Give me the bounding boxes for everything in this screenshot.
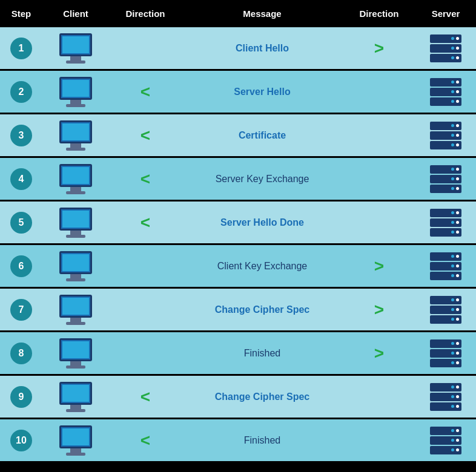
client-computer-icon (59, 251, 92, 281)
direction-left-cell (109, 349, 182, 358)
client-computer-icon (59, 33, 92, 64)
step-number: 5 (10, 212, 32, 234)
step-cell: 7 (0, 294, 42, 326)
step-cell: 4 (0, 163, 42, 195)
direction-right-cell: > (343, 295, 415, 324)
direction-left-cell (109, 261, 182, 271)
message-text: Change Cipher Spec (215, 304, 309, 315)
header-server: Server (415, 5, 476, 22)
server-cell (415, 422, 476, 459)
client-computer-icon (59, 295, 92, 325)
direction-right-cell (343, 436, 415, 445)
table-row: 7 Change Cipher Spec > (0, 289, 476, 332)
message-cell: Client Hello (182, 38, 343, 59)
server-rack-icon (430, 78, 461, 106)
table-row: 5 < Server Hello Done (0, 202, 476, 245)
direction-right-cell (343, 218, 415, 228)
client-cell (42, 333, 109, 373)
server-cell (415, 378, 476, 416)
direction-left-cell: < (109, 382, 182, 411)
header-message: Message (182, 5, 343, 22)
message-cell: Server Hello Done (182, 212, 343, 233)
direction-right-cell (343, 392, 415, 402)
step-number: 10 (10, 430, 32, 451)
server-cell (415, 247, 476, 285)
client-cell (42, 72, 109, 112)
message-text: Client Hello (236, 43, 289, 54)
client-cell (42, 159, 109, 199)
server-cell (415, 335, 476, 372)
table-row: 6 Client Key Exchange > (0, 245, 476, 289)
header-direction-left: Direction (109, 5, 182, 22)
tls-handshake-table: Step Client Direction Message Direction … (0, 0, 476, 463)
left-arrow-icon: < (140, 169, 150, 189)
message-text: Client Key Exchange (217, 261, 308, 272)
server-cell (415, 204, 476, 241)
table-row: 3 < Certificate (0, 114, 476, 158)
server-rack-icon (430, 122, 461, 149)
direction-right-cell (343, 87, 415, 97)
step-number: 2 (10, 81, 32, 103)
message-text: Server Hello Done (220, 217, 304, 228)
server-rack-icon (430, 383, 461, 411)
left-arrow-icon: < (140, 387, 150, 407)
client-computer-icon (59, 208, 92, 238)
message-text: Certificate (239, 130, 286, 141)
direction-right-cell: > (343, 252, 415, 281)
client-cell (42, 290, 109, 330)
message-cell: Change Cipher Spec (182, 300, 343, 320)
server-cell (415, 117, 476, 154)
client-computer-icon (59, 164, 92, 194)
direction-left-cell: < (109, 77, 182, 107)
server-rack-icon (430, 427, 461, 454)
step-cell: 5 (0, 207, 42, 238)
step-cell: 10 (0, 425, 42, 456)
step-cell: 9 (0, 381, 42, 413)
client-computer-icon (59, 77, 92, 107)
message-cell: Server Hello (182, 82, 343, 102)
client-cell (42, 377, 109, 417)
message-cell: Finished (182, 343, 343, 364)
direction-left-cell: < (109, 121, 182, 150)
client-cell (42, 421, 109, 461)
table-row: 1 Client Hello > (0, 27, 476, 71)
server-cell (415, 30, 476, 67)
table-row: 4 < Server Key Exchange (0, 158, 476, 202)
message-cell: Client Key Exchange (182, 256, 343, 277)
server-rack-icon (430, 252, 461, 280)
step-cell: 6 (0, 251, 42, 282)
step-number: 7 (10, 299, 32, 321)
client-cell (42, 203, 109, 243)
step-number: 1 (10, 38, 32, 59)
client-cell (42, 28, 109, 68)
right-arrow-icon: > (374, 39, 384, 58)
direction-left-cell: < (109, 208, 182, 237)
server-rack-icon (430, 296, 461, 324)
server-cell (415, 73, 476, 111)
right-arrow-icon: > (374, 300, 384, 320)
left-arrow-icon: < (140, 431, 150, 450)
server-rack-icon (430, 209, 461, 237)
direction-right-cell: > (343, 34, 415, 63)
header-step: Step (0, 5, 42, 22)
step-cell: 2 (0, 76, 42, 108)
message-text: Finished (244, 435, 280, 446)
message-cell: Finished (182, 430, 343, 451)
table-header: Step Client Direction Message Direction … (0, 0, 476, 27)
direction-right-cell (343, 174, 415, 184)
client-computer-icon (59, 425, 92, 456)
message-text: Server Hello (234, 87, 290, 97)
message-cell: Server Key Exchange (182, 169, 343, 189)
server-cell (415, 291, 476, 329)
message-cell: Change Cipher Spec (182, 387, 343, 407)
client-computer-icon (59, 338, 92, 369)
step-number: 8 (10, 343, 32, 364)
table-row: 10 < Finished (0, 419, 476, 463)
client-computer-icon (59, 382, 92, 412)
step-cell: 8 (0, 338, 42, 369)
direction-left-cell: < (109, 426, 182, 455)
table-row: 2 < Server Hello (0, 71, 476, 114)
server-rack-icon (430, 339, 461, 367)
client-computer-icon (59, 120, 92, 151)
direction-left-cell: < (109, 165, 182, 194)
